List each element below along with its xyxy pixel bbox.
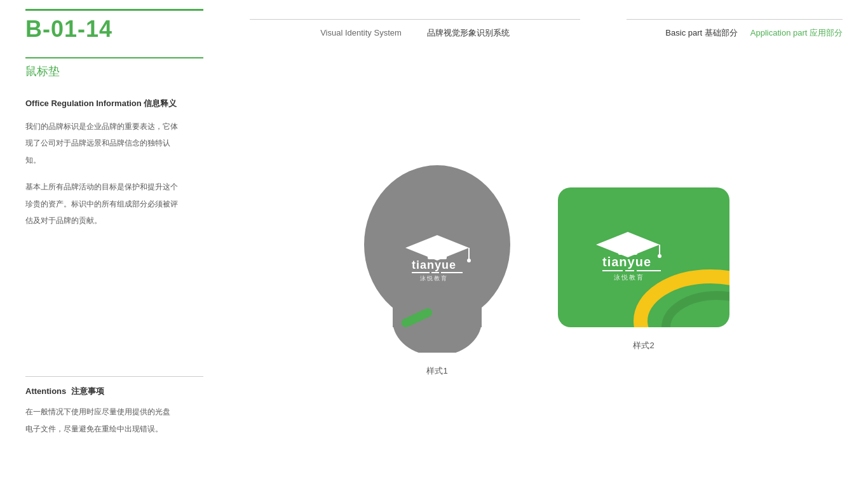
svg-text:tianyue: tianyue <box>602 255 651 269</box>
header-center: Visual Identity System 品牌视觉形象识别系统 <box>229 13 601 39</box>
basic-part-label: Basic part 基础部分 <box>665 27 737 39</box>
title-en: Visual Identity System <box>320 28 402 37</box>
section-title: Office Regulation Information 信息释义 <box>25 98 216 109</box>
main-content: tianyue 泳悦教育 样式1 <box>241 89 843 450</box>
attentions-cn: 注意事项 <box>71 386 104 396</box>
svg-point-7 <box>467 259 471 262</box>
application-part-label: Application part 应用部分 <box>750 27 843 39</box>
mousepad-style2-container: tianyue 泳悦教育 样式2 <box>558 187 729 351</box>
left-panel: 鼠标垫 Office Regulation Information 信息释义 我… <box>25 57 216 239</box>
svg-text:泳悦教育: 泳悦教育 <box>420 275 448 281</box>
style2-label: 样式2 <box>633 340 654 351</box>
mousepad-style2: tianyue 泳悦教育 <box>558 187 729 327</box>
header-right: Basic part 基础部分 Application part 应用部分 <box>601 13 843 39</box>
mousepad-style1: tianyue 泳悦教育 <box>355 162 520 353</box>
subtitle: 鼠标垫 <box>25 64 216 79</box>
page-code: B-01-14 <box>25 16 229 43</box>
subtitle-line <box>25 57 203 58</box>
header-right-line <box>627 19 843 20</box>
svg-point-20 <box>658 254 661 258</box>
attentions-text: 在一般情况下使用时应尽量使用提供的光盘 电子文件，尽量避免在重绘中出现错误。 <box>25 403 216 437</box>
attentions-en: Attentions <box>25 386 66 396</box>
header-accent-line <box>25 9 203 11</box>
header-center-line <box>250 19 580 20</box>
header: B-01-14 Visual Identity System 品牌视觉形象识别系… <box>0 0 868 51</box>
mousepad-style1-svg: tianyue 泳悦教育 <box>355 162 520 353</box>
header-titles: Visual Identity System 品牌视觉形象识别系统 <box>320 27 510 39</box>
header-right-labels: Basic part 基础部分 Application part 应用部分 <box>665 27 843 39</box>
description-text-2: 基本上所有品牌活动的目标是保护和提升这个 珍贵的资产。标识中的所有组成部分必须被… <box>25 179 216 229</box>
bottom-section: Attentions 注意事项 在一般情况下使用时应尽量使用提供的光盘 电子文件… <box>25 376 216 437</box>
header-left: B-01-14 <box>25 9 229 43</box>
svg-rect-5 <box>428 248 447 259</box>
bottom-line <box>25 376 203 377</box>
svg-text:tianyue: tianyue <box>412 259 456 271</box>
style1-label: 样式1 <box>426 365 447 377</box>
mousepad-style2-svg: tianyue 泳悦教育 <box>558 187 729 327</box>
mousepad-style1-container: tianyue 泳悦教育 样式1 <box>355 162 520 377</box>
description-text: 我们的品牌标识是企业品牌的重要表达，它体 现了公司对于品牌远景和品牌信念的独特认… <box>25 118 216 168</box>
attentions-title: Attentions 注意事项 <box>25 386 216 397</box>
svg-text:泳悦教育: 泳悦教育 <box>614 274 644 281</box>
title-cn: 品牌视觉形象识别系统 <box>427 27 510 39</box>
svg-rect-18 <box>618 245 637 255</box>
